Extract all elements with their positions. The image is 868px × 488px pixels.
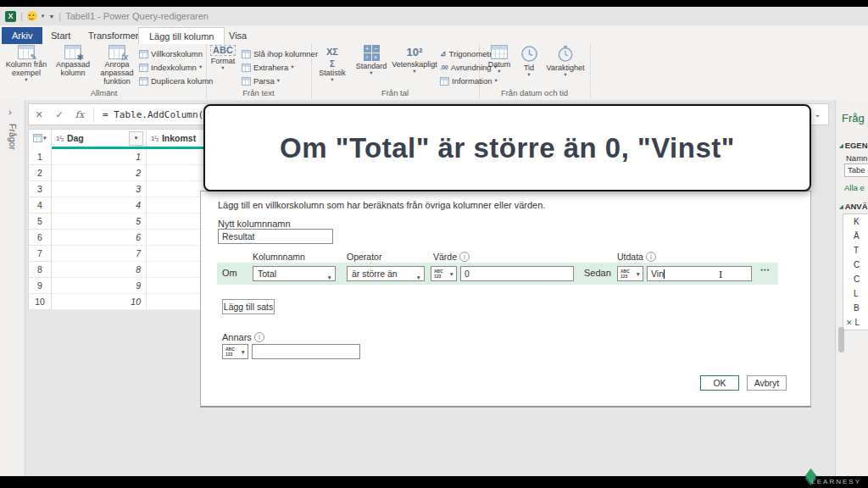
text-caret <box>664 269 665 279</box>
expand-pane-icon[interactable]: › <box>8 107 12 117</box>
chevron-down-icon: ▾ <box>221 65 224 71</box>
duplicate-column-icon <box>139 77 148 86</box>
tab-visa[interactable]: Visa <box>219 27 257 44</box>
ok-button[interactable]: OK <box>700 375 739 391</box>
applied-step[interactable]: Ä <box>843 229 868 243</box>
cancel-button[interactable]: Avbryt <box>747 375 787 391</box>
ribbon-group-allmant: ✎ Kolumn från exempel ▾ ✱ Anpassad kolum… <box>2 44 207 98</box>
tab-start[interactable]: Start <box>41 27 81 44</box>
chevron-down-icon: ▾ <box>331 77 333 83</box>
settings-pane-title: Fråg <box>842 112 865 125</box>
chevron-down-icon: ▼ <box>327 271 332 285</box>
applied-step[interactable]: C <box>843 272 868 286</box>
column-header-dag[interactable]: 1²₃ Dag ▼ <box>52 130 147 147</box>
chevron-down-icon: ▾ <box>199 64 202 70</box>
chevron-down-icon: ▾ <box>413 69 415 75</box>
else-input[interactable] <box>252 344 360 359</box>
smiley-quick-access-icon[interactable] <box>27 11 37 21</box>
column-from-examples-button[interactable]: ✎ Kolumn från exempel ▾ <box>3 45 49 87</box>
value-type-dropdown[interactable]: ABC123▼ <box>431 266 457 281</box>
applied-step-current[interactable]: ✕L <box>843 315 868 330</box>
chevron-down-icon: ▾ <box>291 64 293 70</box>
then-label: Sedan <box>584 268 611 278</box>
scientific-button[interactable]: 10² Vetenskapligt ▾ <box>392 45 437 87</box>
duration-button[interactable]: Varaktighet ▾ <box>545 45 586 87</box>
chevron-down-icon: ▾ <box>43 136 46 141</box>
number-type-icon: 1²₃ <box>56 135 64 142</box>
queries-pane-collapsed[interactable]: › Frågor <box>0 100 25 476</box>
collapse-triangle-icon: ◢ <box>839 204 843 209</box>
properties-header[interactable]: ◢EGEN <box>839 141 868 150</box>
invoke-custom-function-button[interactable]: fx Anropa anpassad funktion <box>97 45 137 87</box>
query-settings-pane: Fråg ◢EGEN Namn Tabe Alla e ◢ANVÄ K Ä T … <box>835 100 868 476</box>
ribbon-tab-row: Arkiv Start Transformera Lägg till kolum… <box>0 25 868 44</box>
customize-toolbar-icon[interactable]: ▼ <box>48 14 54 19</box>
table-pencil-icon: ✎ <box>18 45 35 59</box>
table-corner-button[interactable]: ▾ <box>29 130 52 147</box>
filter-dropdown-icon[interactable]: ▼ <box>129 131 143 146</box>
applied-steps-list: K Ä T C C L B ✕L <box>843 214 868 330</box>
merge-columns-button[interactable]: Slå ihop kolumner <box>242 47 318 60</box>
value-input[interactable]: 0 <box>460 266 574 281</box>
else-type-dropdown[interactable]: ABC123▼ <box>222 344 248 359</box>
conditional-column-button[interactable]: Villkorskolumn <box>139 47 203 60</box>
confirm-formula-icon[interactable]: ✓ <box>49 109 70 120</box>
applied-step[interactable]: C <box>843 258 868 272</box>
applied-step[interactable]: L <box>843 286 868 301</box>
power-query-window: X | ▾ ▼ | Tabell1 - Power Query-redigera… <box>0 0 868 488</box>
output-input[interactable]: VinI <box>647 266 752 281</box>
abc-123-icon: ABC123 <box>434 269 443 279</box>
chevron-down-icon: ▾ <box>527 72 530 78</box>
ribbon-group-fran-tal: XΣΣ Statistik ▾ +−÷× Standard ▾ 10² Vete… <box>311 44 480 98</box>
tab-lagg-till-kolumn[interactable]: Lägg till kolumn <box>138 27 225 44</box>
fx-icon: fx <box>70 109 90 120</box>
brand-text: LEARNESY <box>811 478 861 485</box>
conditional-column-dialog: Lägg till en villkorskolumn som har berä… <box>200 191 811 408</box>
clock-icon <box>520 45 538 63</box>
group-label: Från datum och tid <box>479 88 590 97</box>
callout-text: Om "Total" är större än 0, "Vinst" <box>280 132 735 164</box>
condition-row: Om Total▼ är större än▼ ABC123▼ 0 Sedan … <box>217 263 778 285</box>
duplicate-column-button[interactable]: Duplicera kolumn <box>139 75 213 87</box>
calendar-icon <box>491 45 508 59</box>
date-button[interactable]: Datum ▾ <box>484 45 515 87</box>
chevron-down-icon: ▼ <box>449 271 454 277</box>
all-properties-link[interactable]: Alla e <box>844 183 865 192</box>
chevron-down-icon: ▾ <box>370 70 372 76</box>
scrollbar-thumb[interactable] <box>838 327 844 352</box>
tutorial-callout: Om "Total" är större än 0, "Vinst" <box>203 104 811 191</box>
parse-icon <box>242 77 251 86</box>
applied-step[interactable]: T <box>843 243 868 258</box>
group-label: Från text <box>206 88 311 97</box>
column-select[interactable]: Total▼ <box>253 266 336 281</box>
table-sparkle-icon: ✱ <box>64 45 81 59</box>
cancel-formula-icon[interactable]: ✕ <box>29 109 49 120</box>
custom-column-button[interactable]: ✱ Anpassad kolumn <box>51 45 95 87</box>
applied-step[interactable]: K <box>843 214 868 229</box>
more-options-icon[interactable]: ⋯ <box>760 264 771 275</box>
abc-123-icon: ABC123 <box>620 269 630 279</box>
index-column-button[interactable]: Indexkolumn ▾ <box>139 61 202 74</box>
applied-steps-header[interactable]: ◢ANVÄ <box>839 202 868 211</box>
output-type-dropdown[interactable]: ABC123▼ <box>617 266 643 281</box>
extract-button[interactable]: Extrahera ▾ <box>242 61 293 74</box>
divider: | <box>20 11 23 21</box>
format-button[interactable]: ABC Format ▾ <box>209 45 237 87</box>
delete-step-icon[interactable]: ✕ <box>846 319 853 327</box>
query-name-input[interactable]: Tabe <box>844 164 868 177</box>
statistics-button[interactable]: XΣΣ Statistik ▾ <box>314 45 351 87</box>
new-column-name-input[interactable]: Resultat <box>218 229 333 244</box>
operator-select[interactable]: är större än▼ <box>347 266 425 281</box>
collapse-triangle-icon: ◢ <box>839 143 843 148</box>
add-clause-button[interactable]: Lägg till sats <box>222 299 275 314</box>
ribbon: ✎ Kolumn från exempel ▾ ✱ Anpassad kolum… <box>0 44 868 101</box>
divider: | <box>58 11 61 21</box>
tab-arkiv[interactable]: Arkiv <box>2 27 42 44</box>
time-button[interactable]: Tid ▾ <box>516 45 542 87</box>
column-name-header: Kolumnnamn <box>253 252 305 262</box>
number-type-icon: 1²₃ <box>151 135 159 142</box>
parse-button[interactable]: Parsa ▾ <box>242 75 280 87</box>
standard-button[interactable]: +−÷× Standard ▾ <box>353 45 390 87</box>
applied-step[interactable]: B <box>843 301 868 315</box>
table-fx-icon: fx <box>108 45 125 59</box>
